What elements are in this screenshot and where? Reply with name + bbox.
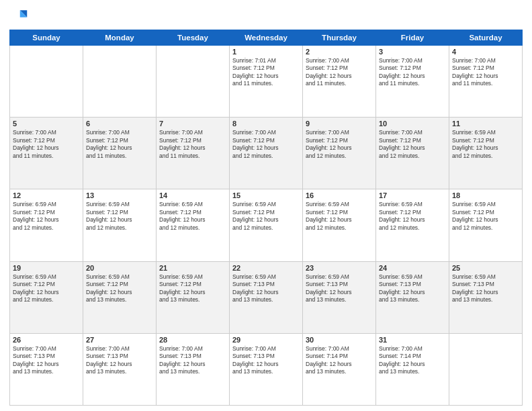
day-info: Sunrise: 7:00 AM Sunset: 7:12 PM Dayligh…	[306, 57, 373, 88]
day-number: 7	[159, 120, 226, 128]
calendar-cell: 26Sunrise: 7:00 AM Sunset: 7:13 PM Dayli…	[10, 333, 83, 405]
day-info: Sunrise: 6:59 AM Sunset: 7:12 PM Dayligh…	[232, 201, 300, 232]
calendar-cell: 20Sunrise: 6:59 AM Sunset: 7:12 PM Dayli…	[83, 261, 157, 333]
calendar-cell: 4Sunrise: 7:00 AM Sunset: 7:12 PM Daylig…	[449, 46, 523, 118]
day-info: Sunrise: 6:59 AM Sunset: 7:12 PM Dayligh…	[86, 201, 153, 232]
day-info: Sunrise: 7:00 AM Sunset: 7:12 PM Dayligh…	[13, 129, 80, 160]
day-number: 21	[159, 264, 226, 272]
calendar-cell: 9Sunrise: 7:00 AM Sunset: 7:12 PM Daylig…	[303, 118, 376, 189]
calendar-cell: 8Sunrise: 7:00 AM Sunset: 7:12 PM Daylig…	[230, 118, 303, 189]
calendar-cell: 29Sunrise: 7:00 AM Sunset: 7:13 PM Dayli…	[230, 333, 303, 405]
day-number: 10	[379, 120, 446, 128]
day-info: Sunrise: 6:59 AM Sunset: 7:12 PM Dayligh…	[13, 273, 80, 304]
day-info: Sunrise: 6:59 AM Sunset: 7:12 PM Dayligh…	[13, 201, 80, 232]
day-number: 22	[232, 264, 300, 272]
day-number: 27	[86, 336, 153, 344]
calendar-cell: 10Sunrise: 7:00 AM Sunset: 7:12 PM Dayli…	[376, 118, 449, 189]
calendar-cell: 13Sunrise: 6:59 AM Sunset: 7:12 PM Dayli…	[83, 189, 157, 261]
day-info: Sunrise: 6:59 AM Sunset: 7:12 PM Dayligh…	[159, 273, 226, 304]
day-number: 29	[232, 336, 300, 344]
calendar-cell: 15Sunrise: 6:59 AM Sunset: 7:12 PM Dayli…	[230, 189, 303, 261]
calendar-cell: 1Sunrise: 7:01 AM Sunset: 7:12 PM Daylig…	[230, 46, 303, 118]
day-info: Sunrise: 6:59 AM Sunset: 7:12 PM Dayligh…	[159, 201, 226, 232]
calendar-cell: 28Sunrise: 7:00 AM Sunset: 7:13 PM Dayli…	[157, 333, 230, 405]
calendar-row-0: 1Sunrise: 7:01 AM Sunset: 7:12 PM Daylig…	[10, 46, 523, 118]
day-info: Sunrise: 7:00 AM Sunset: 7:13 PM Dayligh…	[13, 345, 80, 376]
day-info: Sunrise: 6:59 AM Sunset: 7:12 PM Dayligh…	[452, 129, 519, 160]
calendar-row-1: 5Sunrise: 7:00 AM Sunset: 7:12 PM Daylig…	[10, 118, 523, 189]
calendar-row-4: 26Sunrise: 7:00 AM Sunset: 7:13 PM Dayli…	[10, 333, 523, 405]
day-info: Sunrise: 7:00 AM Sunset: 7:12 PM Dayligh…	[452, 57, 519, 88]
calendar-cell: 19Sunrise: 6:59 AM Sunset: 7:12 PM Dayli…	[10, 261, 83, 333]
day-number: 1	[232, 48, 300, 56]
day-number: 17	[379, 191, 446, 199]
day-number: 9	[306, 120, 373, 128]
day-info: Sunrise: 7:00 AM Sunset: 7:12 PM Dayligh…	[159, 129, 226, 160]
day-number: 31	[379, 336, 446, 344]
calendar-cell: 22Sunrise: 6:59 AM Sunset: 7:13 PM Dayli…	[230, 261, 303, 333]
day-number: 6	[86, 120, 153, 128]
day-info: Sunrise: 7:00 AM Sunset: 7:14 PM Dayligh…	[306, 345, 373, 376]
calendar-cell: 25Sunrise: 6:59 AM Sunset: 7:13 PM Dayli…	[449, 261, 523, 333]
day-number: 11	[452, 120, 519, 128]
day-info: Sunrise: 6:59 AM Sunset: 7:12 PM Dayligh…	[86, 273, 153, 304]
calendar-cell: 21Sunrise: 6:59 AM Sunset: 7:12 PM Dayli…	[157, 261, 230, 333]
calendar-cell: 23Sunrise: 6:59 AM Sunset: 7:13 PM Dayli…	[303, 261, 376, 333]
day-number: 5	[13, 120, 80, 128]
calendar-cell: 6Sunrise: 7:00 AM Sunset: 7:12 PM Daylig…	[83, 118, 157, 189]
day-info: Sunrise: 6:59 AM Sunset: 7:12 PM Dayligh…	[379, 201, 446, 232]
page: SundayMondayTuesdayWednesdayThursdayFrid…	[0, 0, 532, 411]
weekday-wednesday: Wednesday	[230, 30, 303, 46]
calendar-cell: 30Sunrise: 7:00 AM Sunset: 7:14 PM Dayli…	[303, 333, 376, 405]
day-info: Sunrise: 6:59 AM Sunset: 7:13 PM Dayligh…	[379, 273, 446, 304]
weekday-thursday: Thursday	[303, 30, 376, 46]
day-number: 24	[379, 264, 446, 272]
day-number: 16	[306, 191, 373, 199]
day-number: 3	[379, 48, 446, 56]
day-info: Sunrise: 7:00 AM Sunset: 7:13 PM Dayligh…	[86, 345, 153, 376]
calendar-cell: 24Sunrise: 6:59 AM Sunset: 7:13 PM Dayli…	[376, 261, 449, 333]
day-number: 20	[86, 264, 153, 272]
day-number: 23	[306, 264, 373, 272]
day-number: 15	[232, 191, 300, 199]
day-number: 12	[13, 191, 80, 199]
calendar-cell: 11Sunrise: 6:59 AM Sunset: 7:12 PM Dayli…	[449, 118, 523, 189]
calendar-row-2: 12Sunrise: 6:59 AM Sunset: 7:12 PM Dayli…	[10, 189, 523, 261]
day-number: 18	[452, 191, 519, 199]
calendar-cell: 31Sunrise: 7:00 AM Sunset: 7:14 PM Dayli…	[376, 333, 449, 405]
calendar-cell: 16Sunrise: 6:59 AM Sunset: 7:12 PM Dayli…	[303, 189, 376, 261]
weekday-saturday: Saturday	[449, 30, 523, 46]
weekday-sunday: Sunday	[10, 30, 83, 46]
day-info: Sunrise: 7:00 AM Sunset: 7:13 PM Dayligh…	[159, 345, 226, 376]
day-info: Sunrise: 7:00 AM Sunset: 7:14 PM Dayligh…	[379, 345, 446, 376]
calendar-cell	[157, 46, 230, 118]
day-info: Sunrise: 7:00 AM Sunset: 7:12 PM Dayligh…	[86, 129, 153, 160]
calendar-cell: 14Sunrise: 6:59 AM Sunset: 7:12 PM Dayli…	[157, 189, 230, 261]
day-info: Sunrise: 7:00 AM Sunset: 7:13 PM Dayligh…	[232, 345, 300, 376]
calendar-cell: 27Sunrise: 7:00 AM Sunset: 7:13 PM Dayli…	[83, 333, 157, 405]
calendar-cell	[10, 46, 83, 118]
header	[9, 7, 523, 26]
logo-icon	[9, 7, 28, 26]
day-number: 28	[159, 336, 226, 344]
day-info: Sunrise: 7:00 AM Sunset: 7:12 PM Dayligh…	[379, 129, 446, 160]
day-info: Sunrise: 6:59 AM Sunset: 7:13 PM Dayligh…	[452, 273, 519, 304]
day-number: 30	[306, 336, 373, 344]
day-number: 4	[452, 48, 519, 56]
day-number: 8	[232, 120, 300, 128]
calendar-table: SundayMondayTuesdayWednesdayThursdayFrid…	[9, 30, 523, 406]
day-info: Sunrise: 7:00 AM Sunset: 7:12 PM Dayligh…	[379, 57, 446, 88]
calendar-cell: 18Sunrise: 6:59 AM Sunset: 7:12 PM Dayli…	[449, 189, 523, 261]
day-number: 2	[306, 48, 373, 56]
day-info: Sunrise: 6:59 AM Sunset: 7:13 PM Dayligh…	[232, 273, 300, 304]
calendar-row-3: 19Sunrise: 6:59 AM Sunset: 7:12 PM Dayli…	[10, 261, 523, 333]
weekday-friday: Friday	[376, 30, 449, 46]
day-number: 14	[159, 191, 226, 199]
calendar-cell: 12Sunrise: 6:59 AM Sunset: 7:12 PM Dayli…	[10, 189, 83, 261]
day-info: Sunrise: 6:59 AM Sunset: 7:12 PM Dayligh…	[452, 201, 519, 232]
weekday-tuesday: Tuesday	[157, 30, 230, 46]
calendar-cell: 7Sunrise: 7:00 AM Sunset: 7:12 PM Daylig…	[157, 118, 230, 189]
day-number: 25	[452, 264, 519, 272]
day-info: Sunrise: 7:00 AM Sunset: 7:12 PM Dayligh…	[232, 129, 300, 160]
day-info: Sunrise: 6:59 AM Sunset: 7:12 PM Dayligh…	[306, 201, 373, 232]
